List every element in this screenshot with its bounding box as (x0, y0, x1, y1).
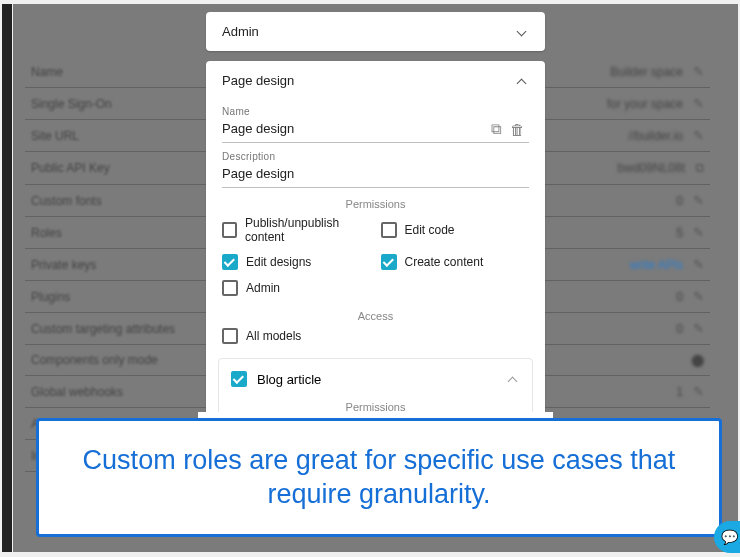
video-progress-bar (2, 4, 12, 552)
chat-fab[interactable] (714, 521, 740, 553)
checkbox-icon[interactable] (231, 371, 247, 387)
model-title: Blog article (257, 372, 321, 387)
edit-icon: ✎ (693, 96, 704, 111)
perm-edit-designs[interactable]: Edit designs (222, 254, 371, 270)
caption-overlay: Custom roles are great for specific use … (36, 418, 722, 537)
copy-icon: ⧉ (695, 160, 704, 176)
model-header[interactable]: Blog article (219, 359, 532, 391)
checkbox-icon (222, 254, 238, 270)
trash-icon[interactable]: 🗑 (506, 121, 529, 138)
access-heading: Access (206, 310, 545, 322)
field-label: Description (222, 151, 545, 162)
permissions-heading: Permissions (219, 401, 532, 412)
role-description-input[interactable] (222, 164, 529, 183)
access-all-models[interactable]: All models (222, 328, 529, 344)
checkbox-icon (381, 254, 397, 270)
role-card-page-design: Page design Name ⧉ 🗑 Description Permiss… (206, 61, 545, 412)
role-card-admin[interactable]: Admin (206, 12, 545, 51)
caption-text: Custom roles are great for specific use … (63, 444, 695, 512)
edit-icon: ✎ (693, 64, 704, 79)
role-title: Admin (222, 24, 259, 39)
checkbox-icon (222, 328, 238, 344)
chevron-up-icon (515, 74, 529, 88)
edit-icon: ✎ (693, 225, 704, 240)
role-name-input[interactable] (222, 119, 487, 138)
checkbox-icon (222, 222, 237, 238)
edit-icon: ✎ (693, 289, 704, 304)
perm-publish[interactable]: Publish/unpublish content (222, 216, 371, 244)
perm-edit-code[interactable]: Edit code (381, 216, 530, 244)
chevron-down-icon (515, 25, 529, 39)
perm-admin[interactable]: Admin (222, 280, 371, 296)
edit-icon: ✎ (693, 193, 704, 208)
edit-icon: ✎ (693, 257, 704, 272)
edit-icon: ✎ (693, 321, 704, 336)
role-title: Page design (222, 73, 294, 88)
checkbox-icon (222, 280, 238, 296)
edit-icon: ✎ (693, 384, 704, 399)
edit-icon: ✎ (693, 128, 704, 143)
model-card-blog-article: Blog article Permissions Publish/unpubli… (218, 358, 533, 412)
copy-icon[interactable]: ⧉ (487, 120, 506, 138)
field-label: Name (222, 106, 545, 117)
permissions-heading: Permissions (206, 198, 545, 210)
roles-dialog: Admin Page design Name ⧉ 🗑 Description P… (198, 4, 553, 412)
chevron-up-icon (506, 372, 520, 386)
role-header[interactable]: Page design (206, 61, 545, 100)
toggle-icon: ⬤ (691, 353, 704, 367)
checkbox-icon (381, 222, 397, 238)
perm-create-content[interactable]: Create content (381, 254, 530, 270)
